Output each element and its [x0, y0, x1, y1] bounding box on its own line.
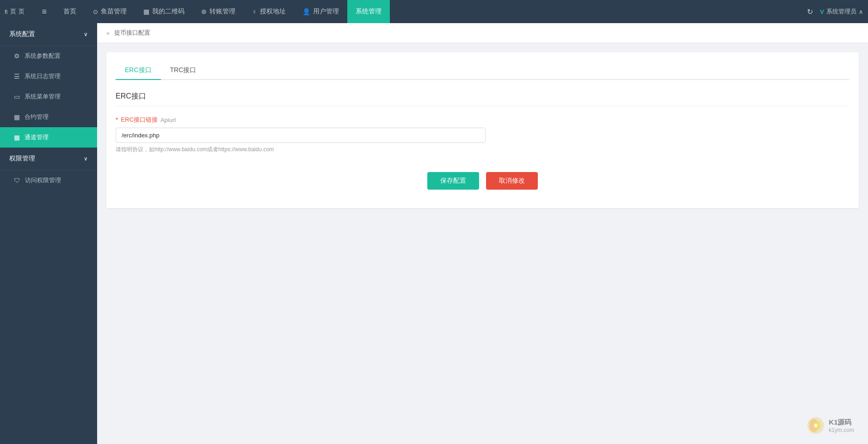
sidebar-item-sys-menu-label: 系统菜单管理	[25, 92, 61, 101]
cancel-button[interactable]: 取消修改	[486, 172, 538, 190]
nav-fish-label: 鱼苗管理	[101, 7, 127, 16]
tab-erc-label: ERC接口	[125, 66, 152, 74]
main-layout: 系统配置 ∨ ⚙ 系统参数配置 ☰ 系统日志管理 ▭ 系统菜单管理 ▦ 合约管理…	[0, 23, 868, 444]
sidebar-item-channel-label: 通道管理	[25, 133, 49, 142]
nav-user[interactable]: 👤 用户管理	[294, 0, 347, 23]
sidebar-item-contract[interactable]: ▦ 合约管理	[0, 107, 97, 127]
content-card: ERC接口 TRC接口 ERC接口 * ERC接口链接 Apiurl 请指明协议…	[106, 52, 859, 208]
nav-transfer[interactable]: ⊛ 转账管理	[193, 0, 244, 23]
nav-home[interactable]: 首页	[55, 0, 85, 23]
refresh-button[interactable]: ↻	[807, 7, 813, 16]
tab-erc[interactable]: ERC接口	[116, 62, 161, 80]
nav-transfer-icon: ⊛	[201, 8, 207, 15]
breadcrumb-arrow: »	[106, 30, 110, 37]
sidebar-item-sys-params-label: 系统参数配置	[25, 52, 61, 60]
nav-user-icon: 👤	[302, 8, 310, 15]
top-navigation: fi 页 页 ≡ 首页 ⊙ 鱼苗管理 ▦ 我的二维码 ⊛ 转账管理 ♀ 授权地址…	[0, 0, 868, 23]
nav-menu-icon[interactable]: ≡	[34, 0, 55, 23]
svg-point-3	[814, 424, 818, 427]
sidebar-item-sys-menu[interactable]: ▭ 系统菜单管理	[0, 86, 97, 107]
watermark-text: K1源码 k1ym.com	[829, 418, 854, 433]
prev-page[interactable]: 页	[10, 7, 16, 16]
tabs-bar: ERC接口 TRC接口	[116, 62, 850, 80]
sidebar-group-auth[interactable]: 权限管理 ∨	[0, 148, 97, 170]
sidebar: 系统配置 ∨ ⚙ 系统参数配置 ☰ 系统日志管理 ▭ 系统菜单管理 ▦ 合约管理…	[0, 23, 97, 444]
sidebar-item-contract-label: 合约管理	[25, 113, 49, 121]
sidebar-group-chevron-icon: ∨	[84, 31, 88, 37]
watermark-brand: K1源码	[829, 418, 854, 427]
shield-icon: 🛡	[14, 177, 20, 184]
sidebar-group-system-config[interactable]: 系统配置 ∨	[0, 23, 97, 46]
field-hint: 请指明协议，如http://www.baidu.com或者https://www…	[116, 146, 486, 154]
tab-trc-label: TRC接口	[170, 66, 197, 74]
nav-qrcode[interactable]: ▦ 我的二维码	[135, 0, 193, 23]
contract-icon: ▦	[14, 113, 20, 121]
user-chevron-icon: ∧	[859, 8, 863, 15]
sidebar-item-channel[interactable]: ▦ 通道管理	[0, 127, 97, 148]
nav-menu: ≡ 首页 ⊙ 鱼苗管理 ▦ 我的二维码 ⊛ 转账管理 ♀ 授权地址 👤 用户管理…	[34, 0, 807, 23]
nav-system[interactable]: 系统管理	[347, 0, 390, 23]
nav-transfer-label: 转账管理	[209, 7, 235, 16]
field-name-label: ERC接口链接	[121, 116, 157, 124]
sidebar-group-system-config-label: 系统配置	[9, 30, 35, 38]
breadcrumb: » 提币接口配置	[97, 23, 868, 43]
sidebar-group-auth-label: 权限管理	[9, 154, 35, 163]
logo-text: fi	[5, 8, 8, 15]
watermark: K1源码 k1ym.com	[806, 416, 854, 435]
field-label-row: * ERC接口链接 Apiurl	[116, 116, 850, 124]
erc-api-field: * ERC接口链接 Apiurl 请指明协议，如http://www.baidu…	[116, 116, 850, 154]
nav-fish[interactable]: ⊙ 鱼苗管理	[85, 0, 135, 23]
nav-home-label: 首页	[63, 7, 76, 16]
cancel-button-label: 取消修改	[499, 177, 525, 184]
field-required-mark: *	[116, 116, 118, 123]
nav-qrcode-icon: ▦	[143, 8, 149, 15]
sidebar-item-access[interactable]: 🛡 访问权限管理	[0, 170, 97, 191]
sidebar-item-sys-params[interactable]: ⚙ 系统参数配置	[0, 46, 97, 66]
user-label: 系统管理员	[826, 7, 856, 16]
menu-icon: ▭	[14, 93, 20, 100]
save-button[interactable]: 保存配置	[427, 172, 479, 190]
tab-trc[interactable]: TRC接口	[161, 62, 206, 80]
user-v-icon: V	[820, 8, 824, 15]
watermark-url: k1ym.com	[829, 427, 854, 433]
watermark-logo-icon	[806, 416, 825, 435]
sidebar-item-sys-log[interactable]: ☰ 系统日志管理	[0, 66, 97, 86]
user-menu[interactable]: V 系统管理员 ∧	[820, 7, 863, 16]
sidebar-group-auth-chevron-icon: ∨	[84, 155, 88, 162]
log-icon: ☰	[14, 73, 20, 80]
save-button-label: 保存配置	[440, 177, 466, 184]
section-title: ERC接口	[116, 92, 850, 106]
nav-auth-label: 授权地址	[260, 7, 286, 16]
channel-icon: ▦	[14, 134, 20, 141]
form-actions: 保存配置 取消修改	[116, 172, 850, 199]
sidebar-item-access-label: 访问权限管理	[25, 176, 61, 185]
nav-system-label: 系统管理	[356, 7, 382, 16]
gear-icon: ⚙	[14, 52, 20, 60]
field-sublabel: Apiurl	[160, 117, 176, 123]
nav-auth-icon: ♀	[252, 8, 257, 15]
next-page[interactable]: 页	[18, 7, 25, 16]
logo-area: fi 页 页	[5, 7, 25, 16]
nav-fish-icon: ⊙	[93, 8, 98, 15]
erc-api-input[interactable]	[116, 128, 486, 143]
sidebar-item-sys-log-label: 系统日志管理	[25, 72, 61, 80]
content-area: » 提币接口配置 ERC接口 TRC接口 ERC接口 * ERC接口链接	[97, 23, 868, 444]
nav-user-label: 用户管理	[313, 7, 339, 16]
top-nav-right: ↻ V 系统管理员 ∧	[807, 7, 863, 16]
breadcrumb-text: 提币接口配置	[114, 29, 150, 37]
nav-qrcode-label: 我的二维码	[152, 7, 185, 16]
nav-auth[interactable]: ♀ 授权地址	[244, 0, 294, 23]
